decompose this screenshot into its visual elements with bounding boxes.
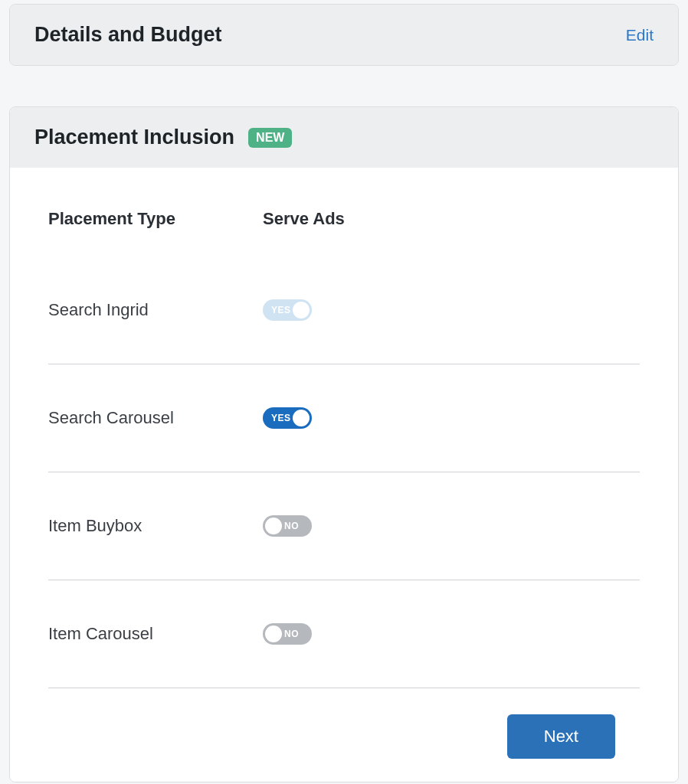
col-header-placement-type: Placement Type (48, 209, 263, 229)
details-budget-title: Details and Budget (34, 23, 222, 47)
next-button[interactable]: Next (507, 714, 615, 759)
action-bar: Next (48, 688, 640, 759)
placement-type-label: Search Ingrid (48, 300, 263, 320)
table-row: Item Carousel NO (48, 580, 640, 688)
placement-inclusion-title: Placement Inclusion (34, 126, 234, 149)
toggle-knob-icon (293, 302, 310, 318)
placement-inclusion-card: Placement Inclusion NEW Placement Type S… (9, 106, 679, 782)
toggle-on-label: YES (271, 413, 291, 423)
details-budget-header: Details and Budget Edit (10, 5, 678, 65)
toggle-knob-icon (293, 410, 310, 426)
table-row: Search Carousel YES (48, 364, 640, 472)
details-budget-card: Details and Budget Edit (9, 4, 679, 66)
placement-table: Placement Type Serve Ads Search Ingrid Y… (48, 209, 640, 688)
toggle-on-label: YES (271, 305, 291, 315)
serve-ads-toggle-item-buybox[interactable]: NO (263, 515, 312, 537)
placement-type-label: Item Carousel (48, 624, 263, 644)
serve-ads-toggle-item-carousel[interactable]: NO (263, 623, 312, 645)
serve-ads-toggle-search-carousel[interactable]: YES (263, 407, 312, 429)
table-row: Search Ingrid YES (48, 256, 640, 364)
toggle-knob-icon (265, 518, 282, 534)
edit-button[interactable]: Edit (626, 26, 654, 44)
table-row: Item Buybox NO (48, 472, 640, 580)
placement-type-label: Search Carousel (48, 408, 263, 428)
placement-inclusion-header: Placement Inclusion NEW (10, 107, 678, 168)
new-badge: NEW (248, 128, 292, 148)
toggle-off-label: NO (284, 629, 299, 639)
placement-body: Placement Type Serve Ads Search Ingrid Y… (10, 168, 678, 782)
placement-type-label: Item Buybox (48, 516, 263, 536)
toggle-off-label: NO (284, 521, 299, 531)
col-header-serve-ads: Serve Ads (263, 209, 640, 229)
table-header-row: Placement Type Serve Ads (48, 209, 640, 256)
toggle-knob-icon (265, 626, 282, 642)
serve-ads-toggle-search-ingrid[interactable]: YES (263, 299, 312, 321)
